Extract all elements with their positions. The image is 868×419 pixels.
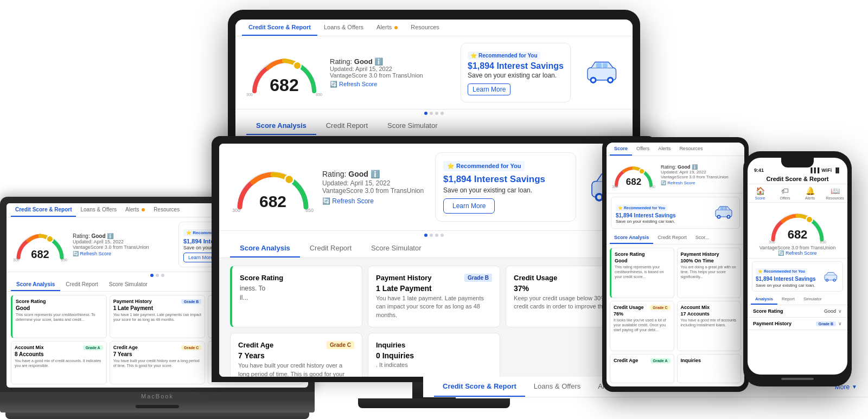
laptop-refresh[interactable]: 🔄 Refresh Score <box>73 251 149 256</box>
phone-promo-title: $1,894 Interest Savings <box>756 276 820 282</box>
laptop-tab-resources[interactable]: Resources <box>149 203 184 217</box>
tab-loans[interactable]: Loans & Offers <box>317 20 370 36</box>
car-icon-phone <box>823 270 839 282</box>
card-value: 8 Accounts <box>15 351 103 357</box>
st-rating: Rating: Good ℹ️ <box>661 164 729 170</box>
gauge-max-label: 850 <box>316 93 322 96</box>
laptop-gauge: 682 300 850 <box>13 227 67 262</box>
card-desc: . It indicates <box>376 362 492 368</box>
tablet-dots <box>235 109 633 117</box>
card-title: Score Rating <box>240 274 354 282</box>
st-tab-score[interactable]: Score <box>610 143 632 156</box>
tab-score-analysis[interactable]: Score Analysis <box>246 117 316 135</box>
laptop-card-credit-age: Credit Age Grade C 7 Years You have buil… <box>110 341 206 384</box>
monitor-learn-more[interactable]: Learn More <box>443 198 495 214</box>
monitor-tab-analysis[interactable]: Score Analysis <box>230 240 300 257</box>
svg-point-24 <box>639 169 644 174</box>
card-header: Payment History Grade B <box>376 274 492 282</box>
list-label: Payment History <box>753 321 792 326</box>
st-tab-analysis[interactable]: Score Analysis <box>610 232 653 244</box>
svg-point-5 <box>609 79 612 82</box>
st-tab-resources[interactable]: Resources <box>675 143 707 156</box>
monitor-tab-report[interactable]: Credit Report <box>300 240 361 257</box>
card-value: Good <box>16 305 103 311</box>
laptop-tab-credit[interactable]: Credit Score & Report <box>11 203 76 217</box>
grade-badge: Grade B <box>816 321 836 326</box>
laptop-rating-label: Rating: Good ℹ️ <box>73 233 149 239</box>
card-header: Credit Age Grade C <box>238 341 354 349</box>
phone-source: VantageScore 3.0 from TransUnion <box>760 245 835 250</box>
card-title: Payment History <box>681 252 719 257</box>
svg-rect-31 <box>724 207 727 210</box>
laptop-tab-alerts[interactable]: Alerts <box>121 203 149 217</box>
tab-score-simulator[interactable]: Score Simulator <box>378 117 447 135</box>
gauge-min-label: 300 <box>246 93 253 96</box>
phone-nav-offers[interactable]: 🏷 Offers <box>773 186 797 200</box>
grade-badge: Grade A <box>650 358 671 363</box>
card-title: Inquiries <box>376 341 492 349</box>
phone-nav-resources[interactable]: 📖 Resources <box>822 186 847 200</box>
laptop-foot <box>5 412 309 419</box>
phone-refresh[interactable]: 🔄 Refresh Score <box>778 250 816 256</box>
monitor-card-inquiries: Inquiries 0 Inquiries . It indicates <box>368 333 500 377</box>
tablet-score-area: 682 300 850 Rating: Good ℹ️ Updated: Apr… <box>235 36 633 109</box>
laptop-tab-report[interactable]: Credit Report <box>60 279 103 291</box>
phone-nav-score[interactable]: 🏠 Score <box>748 186 773 200</box>
offers-nav-icon: 🏷 <box>781 186 789 195</box>
tab-credit-score[interactable]: Credit Score & Report <box>242 20 317 36</box>
card-desc: You have built your credit history over … <box>238 362 354 377</box>
score-nav-icon: 🏠 <box>756 186 765 195</box>
phone-tab-simulator[interactable]: Simulator <box>799 294 826 305</box>
car-icon-tablet <box>584 58 622 87</box>
card-title: Score Rating <box>615 252 671 257</box>
st-promo: ⭐ Recommended for You $1,894 Interest Sa… <box>611 197 740 229</box>
phone-nav-alerts[interactable]: 🔔 Alerts <box>797 186 822 200</box>
phone-time: 9:41 <box>754 167 764 173</box>
laptop-tab-analysis[interactable]: Score Analysis <box>11 279 60 291</box>
laptop-tab-simulator[interactable]: Score Simulator <box>104 279 153 291</box>
tablet-promo-card: ⭐ Recommended for You $1,894 Interest Sa… <box>461 43 571 102</box>
small-tablet-frame: Score Offers Alerts Resources <box>602 137 749 392</box>
phone-tab-analysis[interactable]: Analysis <box>751 294 777 305</box>
phone-list-score-rating: Score Rating Good ∨ <box>748 305 847 318</box>
tablet-rating-label: Rating: Good ℹ️ <box>330 57 448 66</box>
monitor-cards-grid: Score Rating iness. Toil... Payment Hist… <box>219 258 649 377</box>
scene: Credit Score & Report Loans & Offers Ale… <box>0 0 868 419</box>
card-desc: You have a good mix of accounts includin… <box>681 318 738 327</box>
phone-tab-report[interactable]: Report <box>777 294 799 305</box>
st-tab-alerts[interactable]: Alerts <box>654 143 675 156</box>
st-tab-report[interactable]: Credit Report <box>653 232 691 244</box>
monitor-device: Credit Score & Report Loans & Offers Ale… <box>212 136 656 408</box>
list-value-area: Good ∨ <box>824 308 842 314</box>
card-desc: You are doing a great job with on time. … <box>681 265 738 279</box>
card-header: Payment History Grade B <box>113 299 202 304</box>
st-cards-grid: Score Rating Good This rating represents… <box>607 244 744 386</box>
monitor-rating-label: Rating: Good ℹ️ <box>322 170 424 178</box>
card-header: Credit Age Grade C <box>113 345 202 350</box>
tab-alerts[interactable]: Alerts <box>370 20 404 36</box>
resources-nav-label: Resources <box>826 196 844 200</box>
monitor-tab-simulator[interactable]: Score Simulator <box>361 240 431 257</box>
monitor-refresh[interactable]: 🔄 Refresh Score <box>322 197 424 205</box>
laptop-card-account-mix: Account Mix Grade A 8 Accounts You have … <box>11 341 107 384</box>
laptop-tab-loans[interactable]: Loans & Offers <box>76 203 121 217</box>
score-nav-label: Score <box>755 196 765 200</box>
st-refresh[interactable]: 🔄 Refresh Score <box>661 181 729 185</box>
grade-badge: Grade B <box>464 274 492 282</box>
tablet-analysis-tabs: Score Analysis Credit Report Score Simul… <box>235 117 633 136</box>
monitor-score-number: 682 <box>259 192 286 211</box>
monitor-updated: Updated: April 15, 2022 <box>322 179 424 187</box>
card-value: 76% <box>614 311 671 317</box>
monitor-source: VantageScore 3.0 from TransUnion <box>322 187 424 195</box>
st-card-usage: Credit Usage Grade C 76% It looks like y… <box>610 301 674 351</box>
tab-credit-report[interactable]: Credit Report <box>316 117 378 135</box>
tab-resources[interactable]: Resources <box>404 20 446 36</box>
tablet-refresh-btn[interactable]: 🔄 Refresh Score <box>330 81 448 88</box>
st-tab-offers[interactable]: Offers <box>632 143 654 156</box>
card-value: 7 Years <box>113 351 202 357</box>
learn-more-button[interactable]: Learn More <box>468 83 510 95</box>
promo-title: $1,894 Interest Savings <box>468 61 564 71</box>
card-header: Account Mix Grade A <box>15 345 103 350</box>
card-title: Credit Age <box>238 341 273 349</box>
st-tab-simulator[interactable]: Scor... <box>691 232 714 244</box>
